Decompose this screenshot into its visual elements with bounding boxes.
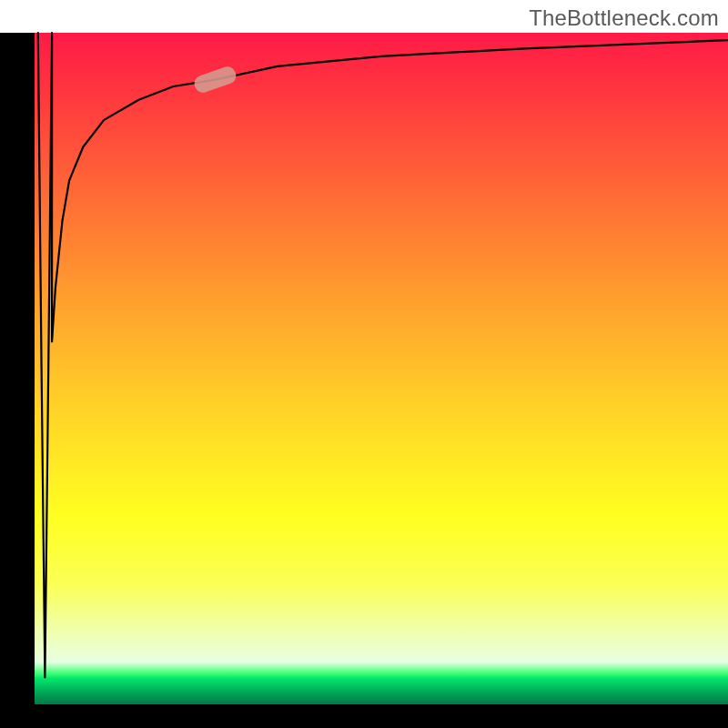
chart-curve-path (38, 33, 728, 678)
chart-curve-layer (35, 33, 728, 704)
attribution-text: TheBottleneck.com (529, 5, 719, 31)
